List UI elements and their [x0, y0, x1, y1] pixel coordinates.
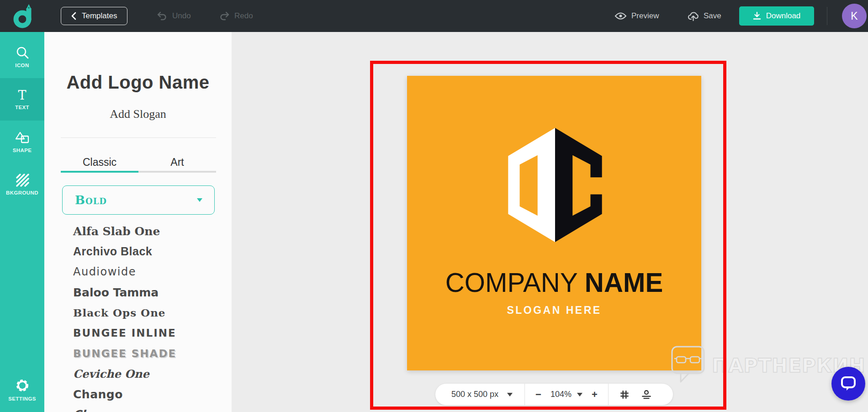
- top-bar: Templates Undo Redo Preview: [0, 0, 868, 32]
- font-option-alfa-slab-one[interactable]: Alfa Slab One: [73, 221, 224, 242]
- zoom-out-button[interactable]: −: [535, 389, 541, 401]
- tab-underline-active: [61, 171, 138, 173]
- font-option-archivo-black[interactable]: Archivo Black: [73, 242, 224, 262]
- sidebar-item-settings[interactable]: SETTINGS: [0, 369, 44, 411]
- preview-label: Preview: [631, 11, 659, 21]
- company-name-regular: COMPANY: [445, 267, 577, 298]
- chevron-down-icon: [577, 393, 582, 396]
- undo-label: Undo: [172, 11, 191, 21]
- undo-icon: [157, 11, 168, 21]
- sidebar-label-bkground: BKGROUND: [6, 190, 38, 195]
- text-panel: Add Logo Name Add Slogan Classic Art Bol…: [44, 32, 232, 412]
- zoom-level-value: 104%: [550, 390, 572, 399]
- chat-bubble-icon: [840, 375, 857, 392]
- sidebar-item-icon[interactable]: ICON: [0, 36, 44, 78]
- tool-sidebar: ICON T TEXT SHAPE BKGROUND SET: [0, 32, 44, 412]
- slogan-subtitle[interactable]: Add Slogan: [44, 107, 232, 121]
- font-option-black-ops-one[interactable]: Black Ops One: [73, 302, 224, 323]
- font-list: Alfa Slab One Archivo Black Audiowide Ba…: [73, 221, 224, 412]
- download-label: Download: [766, 11, 801, 21]
- templates-label: Templates: [82, 11, 117, 21]
- gear-icon: [15, 378, 30, 393]
- avatar-initial: K: [851, 10, 857, 22]
- zoom-in-button[interactable]: +: [592, 389, 598, 401]
- company-name-text[interactable]: COMPANY NAME: [412, 267, 697, 298]
- undo-button[interactable]: Undo: [157, 0, 191, 32]
- templates-button[interactable]: Templates: [61, 7, 127, 25]
- tab-classic[interactable]: Classic: [61, 156, 138, 169]
- stripes-icon: [16, 173, 29, 187]
- slogan-text[interactable]: SLOGAN HERE: [407, 304, 701, 317]
- logo-name-title[interactable]: Add Logo Name: [44, 72, 232, 93]
- company-name-bold: NAME: [585, 267, 663, 298]
- font-option-bungee-shade[interactable]: BUNGEE SHADE: [73, 343, 224, 364]
- position-icon[interactable]: [640, 389, 652, 401]
- chevron-left-icon: [71, 12, 76, 20]
- cloud-upload-icon: [688, 11, 699, 21]
- text-icon: T: [18, 89, 26, 101]
- font-option-ceviche-one[interactable]: Ceviche One: [73, 364, 224, 384]
- sidebar-label-settings: SETTINGS: [8, 396, 36, 401]
- eye-icon: [614, 12, 627, 20]
- logo-canvas[interactable]: COMPANY NAME SLOGAN HERE: [407, 76, 701, 370]
- canvas-size-value: 500 x 500 px: [451, 390, 498, 399]
- grid-icon[interactable]: [619, 389, 630, 401]
- redo-label: Redo: [234, 11, 253, 21]
- sidebar-item-shape[interactable]: SHAPE: [0, 121, 44, 163]
- sidebar-item-text[interactable]: T TEXT: [0, 78, 44, 121]
- font-option-chango[interactable]: Chango: [73, 384, 224, 405]
- tab-underline-rest: [138, 171, 216, 173]
- canvas-toolbar: 500 x 500 px − 104% +: [435, 384, 673, 405]
- canvas-size-dropdown[interactable]: 500 x 500 px: [435, 390, 513, 399]
- sidebar-item-bkground[interactable]: BKGROUND: [0, 163, 44, 206]
- font-option-chewy[interactable]: Chewy: [73, 404, 224, 412]
- save-label: Save: [704, 11, 721, 21]
- panel-divider: [61, 137, 216, 138]
- app-window: Templates Undo Redo Preview: [0, 0, 868, 412]
- sidebar-label-text: TEXT: [15, 105, 29, 110]
- user-avatar[interactable]: K: [842, 4, 867, 28]
- download-icon: [753, 12, 761, 20]
- font-option-baloo-tamma[interactable]: Baloo Tamma: [73, 282, 224, 303]
- save-button[interactable]: Save: [688, 0, 721, 32]
- chevron-down-icon: [507, 393, 513, 396]
- shapes-icon: [15, 131, 30, 144]
- chat-widget-button[interactable]: [831, 367, 865, 401]
- font-option-bungee-inline[interactable]: BUNGEE INLINE: [73, 323, 224, 343]
- sidebar-label-shape: SHAPE: [13, 148, 32, 153]
- logo-mark-dc[interactable]: [504, 125, 606, 245]
- font-option-audiowide[interactable]: Audiowide: [73, 262, 224, 282]
- app-logo-icon[interactable]: [13, 3, 36, 29]
- sidebar-label-icon: ICON: [15, 63, 29, 68]
- download-button[interactable]: Download: [739, 6, 814, 26]
- zoom-level-dropdown[interactable]: 104%: [550, 390, 582, 399]
- chevron-down-icon: [197, 198, 202, 202]
- search-icon: [16, 46, 29, 59]
- font-style-value: Bold: [75, 193, 107, 207]
- redo-button[interactable]: Redo: [219, 0, 253, 32]
- topbar-divider: [827, 7, 827, 25]
- font-style-dropdown[interactable]: Bold: [62, 185, 215, 215]
- preview-button[interactable]: Preview: [614, 0, 659, 32]
- redo-icon: [219, 11, 230, 21]
- tab-art[interactable]: Art: [138, 156, 216, 169]
